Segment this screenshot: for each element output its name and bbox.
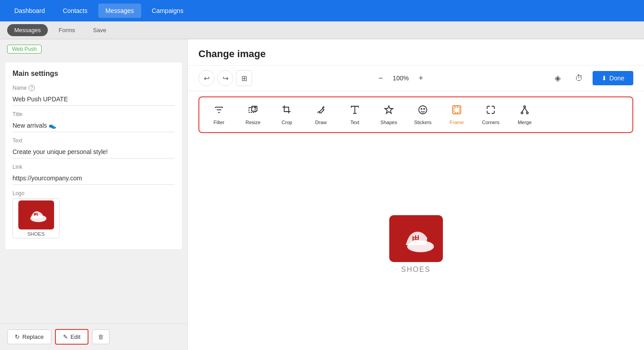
crop-label: Crop bbox=[282, 120, 292, 125]
shoes-svg bbox=[396, 222, 436, 255]
nav-campaigns[interactable]: Campaigns bbox=[145, 4, 191, 18]
merge-icon bbox=[519, 104, 530, 118]
nav-dashboard[interactable]: Dashboard bbox=[7, 4, 52, 18]
shapes-label: Shapes bbox=[380, 120, 397, 125]
text-field-group: Text Create your unique personal style! bbox=[13, 138, 175, 158]
subnav-forms[interactable]: Forms bbox=[51, 24, 82, 36]
tool-stickers[interactable]: Stickers bbox=[407, 101, 439, 129]
shoes-icon bbox=[25, 205, 47, 225]
tool-text[interactable]: Text bbox=[339, 101, 371, 129]
delete-button[interactable]: 🗑 bbox=[92, 329, 109, 344]
name-label: Name ? bbox=[13, 85, 175, 91]
shoes-logo-preview bbox=[389, 215, 443, 262]
svg-point-22 bbox=[526, 112, 528, 114]
text-value: Create your unique personal style! bbox=[13, 146, 175, 158]
web-push-badge: Web Push bbox=[7, 45, 42, 54]
tool-frame[interactable]: Frame bbox=[441, 101, 473, 129]
main-toolbar: ↩ ↪ ⊞ − 100% + ◈ ⏱ bbox=[188, 66, 644, 91]
logo-text: SHOES bbox=[27, 231, 45, 237]
svg-point-17 bbox=[424, 108, 425, 109]
merge-label: Merge bbox=[518, 120, 531, 125]
top-navigation: Dashboard Contacts Messages Campaigns bbox=[0, 0, 644, 21]
shapes-icon bbox=[383, 104, 394, 118]
subnav-messages[interactable]: Messages bbox=[7, 24, 48, 36]
svg-point-15 bbox=[419, 106, 427, 114]
svg-point-21 bbox=[521, 112, 523, 114]
crop-icon bbox=[282, 104, 292, 118]
image-preview: SHOES bbox=[389, 215, 443, 274]
resize-icon bbox=[248, 104, 258, 118]
layers-icon: ◈ bbox=[555, 73, 561, 83]
link-value: https://yourcompany.com bbox=[13, 172, 175, 185]
logo-image bbox=[18, 200, 54, 229]
subnav-save[interactable]: Save bbox=[86, 24, 114, 36]
tool-merge[interactable]: Merge bbox=[509, 101, 541, 129]
svg-point-20 bbox=[524, 106, 526, 108]
link-field-group: Link https://yourcompany.com bbox=[13, 164, 175, 185]
shoes-label: SHOES bbox=[401, 266, 430, 274]
nav-messages[interactable]: Messages bbox=[98, 4, 141, 18]
toolbar-left: ↩ ↪ ⊞ bbox=[198, 70, 252, 86]
toolbar-center: − 100% + bbox=[256, 73, 546, 83]
logo-label: Logo bbox=[13, 190, 175, 196]
name-field-group: Name ? Web Push UPDATE bbox=[13, 85, 175, 106]
sidebar: Web Push Main settings Name ? Web Push U… bbox=[0, 39, 188, 350]
undo-icon: ↩ bbox=[204, 74, 210, 83]
main-layout: Web Push Main settings Name ? Web Push U… bbox=[0, 39, 644, 350]
svg-line-24 bbox=[525, 108, 527, 112]
tool-shapes[interactable]: Shapes bbox=[373, 101, 405, 129]
text-icon bbox=[349, 104, 360, 118]
bottom-actions: ↻ Replace ✎ Edit 🗑 bbox=[0, 323, 187, 350]
draw-icon bbox=[316, 104, 326, 118]
content-header: Change image bbox=[188, 39, 644, 66]
edit-button[interactable]: ✎ Edit bbox=[55, 329, 88, 345]
toolbar-right: ◈ ⏱ ⬇ Done bbox=[550, 70, 633, 86]
content-area: Change image ↩ ↪ ⊞ − 100% + bbox=[188, 39, 644, 350]
logo-field-group: Logo SHOES bbox=[13, 190, 175, 238]
redo-icon: ↪ bbox=[223, 74, 228, 83]
filter-label: Filter bbox=[214, 120, 224, 125]
replace-button[interactable]: ↻ Replace bbox=[7, 329, 51, 344]
corners-icon bbox=[485, 104, 496, 118]
title-value: New arrivals 👟 bbox=[13, 119, 175, 132]
edit-pencil-icon: ✎ bbox=[63, 333, 68, 340]
canvas-area: SHOES bbox=[188, 138, 644, 350]
tool-crop[interactable]: Crop bbox=[271, 101, 303, 129]
history-button[interactable]: ⏱ bbox=[571, 70, 587, 86]
undo-button[interactable]: ↩ bbox=[198, 70, 215, 86]
stickers-icon bbox=[417, 104, 428, 118]
draw-label: Draw bbox=[315, 120, 327, 125]
download-icon: ⬇ bbox=[602, 75, 607, 82]
tool-resize[interactable]: Resize bbox=[237, 101, 269, 129]
svg-rect-10 bbox=[249, 108, 255, 112]
nav-contacts[interactable]: Contacts bbox=[56, 4, 95, 18]
svg-marker-14 bbox=[385, 106, 393, 113]
layers-button[interactable]: ◈ bbox=[550, 70, 566, 86]
zoom-out-button[interactable]: − bbox=[375, 73, 386, 83]
plus-box-icon: ⊞ bbox=[241, 74, 247, 83]
filter-icon bbox=[214, 104, 224, 118]
done-button[interactable]: ⬇ Done bbox=[593, 71, 633, 85]
svg-line-23 bbox=[522, 108, 525, 112]
sub-navigation: Messages Forms Save bbox=[0, 21, 644, 39]
name-value: Web Push UPDATE bbox=[13, 93, 175, 106]
logo-thumbnail: SHOES bbox=[13, 198, 59, 238]
zoom-in-button[interactable]: + bbox=[416, 73, 426, 83]
tool-corners[interactable]: Corners bbox=[475, 101, 507, 129]
stickers-label: Stickers bbox=[414, 120, 431, 125]
frame-label: Frame bbox=[450, 120, 464, 125]
title-field-group: Title New arrivals 👟 bbox=[13, 111, 175, 132]
name-info-icon: ? bbox=[29, 85, 35, 91]
tools-toolbar: Filter Resize bbox=[198, 96, 633, 133]
title-label: Title bbox=[13, 111, 175, 117]
add-button[interactable]: ⊞ bbox=[236, 70, 252, 86]
frame-icon bbox=[451, 104, 462, 118]
main-settings-section: Main settings Name ? Web Push UPDATE Tit… bbox=[5, 62, 182, 249]
corners-label: Corners bbox=[482, 120, 499, 125]
tool-draw[interactable]: Draw bbox=[305, 101, 337, 129]
replace-icon: ↻ bbox=[15, 333, 20, 340]
tool-filter[interactable]: Filter bbox=[203, 101, 235, 129]
page-title: Change image bbox=[198, 48, 265, 60]
redo-button[interactable]: ↪ bbox=[217, 70, 233, 86]
link-label: Link bbox=[13, 164, 175, 170]
